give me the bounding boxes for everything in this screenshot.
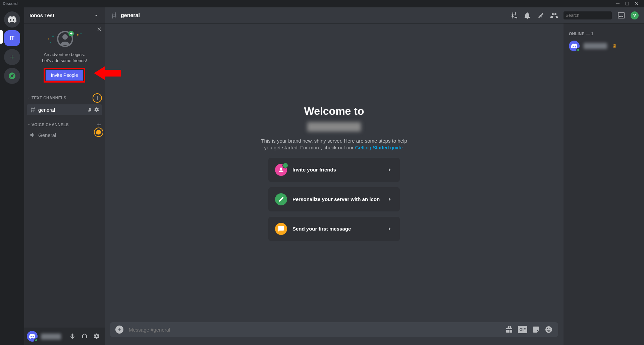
svg-point-3 bbox=[48, 39, 49, 40]
notifications-icon[interactable] bbox=[523, 11, 531, 19]
chat-area: general ? Welcome to bbox=[105, 7, 644, 345]
attach-button[interactable] bbox=[115, 326, 123, 334]
create-voice-channel-button[interactable] bbox=[96, 122, 102, 128]
redacted-username bbox=[41, 334, 61, 340]
channel-sidebar: Ionos Test bbox=[24, 7, 105, 345]
messages-area: Welcome to This is your brand new, shiny… bbox=[105, 23, 564, 345]
gift-icon[interactable] bbox=[505, 326, 513, 334]
members-sidebar: ONLINE — 1 ♛ bbox=[564, 23, 644, 345]
search-box[interactable] bbox=[564, 11, 612, 19]
server-name: Ionos Test bbox=[30, 12, 93, 18]
status-online-icon bbox=[576, 48, 580, 52]
inbox-icon[interactable] bbox=[617, 11, 625, 19]
server-header[interactable]: Ionos Test bbox=[24, 7, 105, 23]
speaker-icon bbox=[30, 132, 36, 138]
redacted-member-name bbox=[584, 43, 607, 49]
pinned-icon[interactable] bbox=[537, 11, 545, 19]
search-input[interactable] bbox=[566, 13, 622, 18]
members-group-header: ONLINE — 1 bbox=[566, 29, 641, 39]
app-name: Discord bbox=[3, 1, 18, 6]
create-invite-icon[interactable] bbox=[87, 107, 93, 112]
card-first-message[interactable]: Send your first message bbox=[268, 217, 400, 241]
channels-list: TEXT CHANNELS general VOICE CHANNELS bbox=[24, 88, 105, 328]
home-button[interactable] bbox=[4, 11, 20, 28]
welcome-desc-b: . bbox=[402, 145, 404, 150]
add-server-button[interactable] bbox=[4, 49, 20, 65]
channel-name: general bbox=[38, 107, 87, 113]
message-composer: GIF bbox=[105, 322, 564, 345]
chevron-down-icon bbox=[93, 12, 99, 18]
member-item[interactable]: ♛ bbox=[566, 39, 641, 53]
svg-point-5 bbox=[77, 34, 78, 36]
first-message-icon bbox=[275, 223, 287, 235]
text-channels-header[interactable]: TEXT CHANNELS bbox=[24, 92, 105, 104]
chevron-down-icon bbox=[27, 123, 31, 127]
invite-text-2: Let's add some friends! bbox=[30, 58, 99, 64]
member-list-icon[interactable] bbox=[550, 11, 558, 19]
welcome-description: This is your brand new, shiny server. He… bbox=[260, 138, 408, 151]
invite-text-1: An adventure begins. bbox=[30, 52, 99, 58]
invite-friends-icon bbox=[275, 164, 287, 176]
help-label: ? bbox=[633, 12, 636, 18]
channel-general-text[interactable]: general bbox=[27, 104, 102, 115]
gif-button[interactable]: GIF bbox=[518, 326, 527, 333]
threads-icon[interactable] bbox=[510, 11, 518, 19]
guild-initials: IT bbox=[10, 35, 14, 41]
svg-rect-0 bbox=[616, 4, 620, 4]
channel-general-voice[interactable]: General bbox=[27, 130, 102, 140]
mute-button[interactable] bbox=[67, 331, 78, 342]
chevron-down-icon bbox=[27, 96, 31, 100]
getting-started-link[interactable]: Getting Started guide bbox=[355, 145, 403, 150]
titlebar: Discord bbox=[0, 0, 644, 7]
window-minimize-button[interactable] bbox=[613, 0, 623, 7]
chat-header: general ? bbox=[105, 7, 644, 23]
sticker-icon[interactable] bbox=[532, 326, 540, 334]
gif-label: GIF bbox=[520, 328, 526, 332]
emoji-icon[interactable] bbox=[545, 326, 553, 334]
card-label: Personalize your server with an icon bbox=[292, 196, 381, 202]
server-owner-crown-icon: ♛ bbox=[612, 43, 617, 49]
notice-ring-icon bbox=[94, 128, 103, 137]
current-user-info[interactable] bbox=[41, 333, 66, 340]
svg-point-7 bbox=[62, 34, 68, 40]
user-settings-button[interactable] bbox=[91, 331, 102, 342]
guilds-bar: IT bbox=[0, 7, 24, 345]
redacted-server-name bbox=[307, 122, 361, 132]
window-close-button[interactable] bbox=[632, 0, 641, 7]
annotation-highlight-box: Invite People bbox=[44, 68, 86, 83]
hash-icon bbox=[30, 106, 36, 113]
card-label: Send your first message bbox=[292, 226, 381, 232]
gear-icon[interactable] bbox=[94, 107, 99, 112]
channel-title: general bbox=[121, 12, 507, 18]
member-avatar bbox=[569, 41, 580, 51]
invite-card-text: An adventure begins. Let's add some frie… bbox=[30, 52, 99, 64]
user-panel bbox=[24, 328, 105, 345]
invite-card: An adventure begins. Let's add some frie… bbox=[24, 23, 105, 88]
deafen-button[interactable] bbox=[79, 331, 90, 342]
personalize-icon bbox=[275, 193, 287, 205]
current-user-avatar[interactable] bbox=[27, 331, 38, 342]
chevron-right-icon bbox=[386, 196, 393, 203]
window-maximize-button[interactable] bbox=[623, 0, 632, 7]
guild-selection-pill bbox=[0, 30, 3, 44]
status-online-icon bbox=[34, 338, 38, 342]
text-channels-label: TEXT CHANNELS bbox=[32, 96, 93, 100]
welcome-panel: Welcome to This is your brand new, shiny… bbox=[105, 23, 564, 322]
chevron-right-icon bbox=[386, 166, 393, 173]
guild-ionos-test[interactable]: IT bbox=[4, 30, 20, 46]
create-text-channel-button[interactable] bbox=[93, 93, 102, 103]
voice-channels-label: VOICE CHANNELS bbox=[32, 122, 96, 127]
invite-people-button[interactable]: Invite People bbox=[46, 70, 84, 81]
svg-rect-1 bbox=[626, 2, 629, 5]
explore-servers-button[interactable] bbox=[4, 68, 20, 84]
welcome-title: Welcome to bbox=[304, 105, 364, 117]
message-input[interactable] bbox=[129, 327, 500, 333]
card-invite-friends[interactable]: Invite your friends bbox=[268, 158, 400, 182]
invite-card-close[interactable] bbox=[97, 26, 102, 33]
hash-icon bbox=[110, 11, 118, 19]
card-personalize-server[interactable]: Personalize your server with an icon bbox=[268, 187, 400, 211]
help-button[interactable]: ? bbox=[631, 11, 639, 19]
channel-name: General bbox=[38, 132, 99, 138]
svg-point-2 bbox=[50, 42, 51, 43]
voice-channels-header[interactable]: VOICE CHANNELS bbox=[24, 120, 105, 129]
